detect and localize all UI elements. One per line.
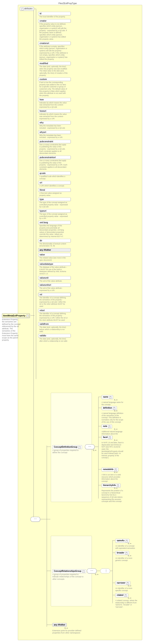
attr-pubconstrainturi: pubconstrainturi [38, 156, 71, 159]
attr-valueunituri: valueunituri [38, 283, 71, 287]
attr-desc: The type of the concept assigned as cont… [38, 201, 68, 209]
attr-validfrom: validfrom [38, 322, 71, 326]
plus-icon: + [117, 484, 119, 487]
attr-creatoruri: creatoruri [38, 42, 71, 45]
minus-icon: − [26, 314, 29, 317]
elem-definition[interactable]: definition+ [102, 406, 117, 410]
cardinality: 0..∞ [114, 428, 117, 430]
attr-modified: modified [38, 62, 71, 65]
attr-desc: If the property value is not defined, sp… [38, 22, 68, 42]
elem-note[interactable]: note+ [102, 424, 112, 428]
any-element: any ##other [52, 623, 67, 626]
elem-hierarchyInfo[interactable]: hierarchyInfo+ [102, 484, 121, 487]
attr-id: id [38, 12, 71, 15]
cardinality: 0..∞ [128, 542, 131, 544]
attr-how: how [38, 98, 71, 101]
attr-creator: creator [38, 19, 71, 22]
attr-desc: The unit of the value attribute - expres… [38, 287, 68, 292]
attr-desc: A free-text value assigned as property v… [38, 192, 68, 198]
attributes-box: −attributes [20, 7, 34, 11]
attr-desc: Why the metadata has been included - exp… [38, 134, 68, 140]
attr-qcode: qcode [38, 172, 71, 175]
elem-remoteInfo[interactable]: remoteInfo+ [102, 468, 118, 472]
attr-desc: Why the metadata has been included - exp… [38, 124, 68, 130]
elem-name[interactable]: name+ [102, 395, 113, 399]
elem-desc: An identifier of a more generic concept. [115, 557, 138, 562]
root-desc: Extension Property; the semantics are de… [2, 318, 21, 342]
attr-typeuri: typeuri [38, 209, 71, 213]
plus-icon: + [108, 426, 111, 428]
plus-icon: + [125, 552, 128, 554]
attr-valueunit: valueunit [38, 276, 71, 280]
group-rel-label[interactable]: ConceptRelationshipsGroup− [52, 569, 86, 573]
attr-why: why [38, 121, 71, 124]
group-def-label[interactable]: ConceptDefinitionGroup− [52, 445, 82, 449]
cardinality: 0..∞ [114, 487, 117, 489]
attr-dir: dir [38, 239, 71, 242]
elem-desc: A related concept, where the relationshi… [115, 600, 138, 608]
plus-icon: + [113, 407, 115, 410]
elem-desc: In NAR 1.8 and later, facet is deprecate… [102, 442, 124, 459]
attr-xml-lang: xml:lang [38, 221, 71, 224]
attr-desc: A URI which identifies a concept. [38, 184, 68, 188]
cardinality: 0..∞ [114, 471, 117, 473]
cardinality: 0..∞ [114, 410, 117, 412]
attr-desc: The related value (see more in the spec … [38, 256, 68, 262]
elem-desc: An identifier of a concept with equivale… [115, 545, 138, 549]
attr-desc: The local identifier of the property. [38, 15, 68, 19]
attr-type: type [38, 198, 71, 201]
minus-icon: − [78, 446, 81, 448]
attr-uri: uri [38, 181, 71, 184]
sequence-compositor [85, 444, 95, 449]
attr-desc: Specifies the language of this property … [38, 224, 68, 239]
attr-desc: The identifier of a concept defining the… [38, 296, 68, 309]
attr-desc: The date (and, optionally, the time) bef… [38, 326, 68, 334]
attr-desc: One or many constraints that apply to pu… [38, 159, 68, 172]
root-element[interactable]: itemMetaExtProperty− [2, 313, 30, 318]
attr-desc: The directionality of textual content (e… [38, 242, 68, 248]
plus-icon: + [115, 468, 117, 471]
attr-reluri: reluri [38, 309, 71, 312]
sequence-compositor [87, 568, 97, 574]
elem-desc: A link to an item or a web resource whic… [102, 474, 124, 482]
attr-rel: rel [38, 293, 71, 296]
attr-desc: A qualified code which identifies a conc… [38, 175, 68, 181]
attr-whyuri: whyuri [38, 130, 71, 134]
elem-desc: A natural language name for the concept. [102, 401, 124, 406]
attr-custom: custom [38, 78, 71, 81]
attr-valuedatatype: valuedatatype [38, 262, 71, 266]
type-title: Flex2ExtPropType [58, 2, 77, 4]
plus-icon: + [109, 436, 111, 439]
cardinality: 0..∞ [114, 439, 117, 441]
attr-any: any ##other [38, 248, 71, 252]
plus-icon: + [127, 582, 129, 584]
attr-desc: The datatype of the value attribute – it… [38, 266, 68, 276]
any-desc: Extension point for provider-defined pro… [52, 630, 83, 634]
attr-desc: The date (and, optionally, the time) whe… [38, 65, 68, 78]
elem-broader[interactable]: broader+ [115, 551, 129, 555]
minus-icon: − [82, 570, 85, 572]
attr-desc: The unit of the value attribute. [38, 280, 68, 284]
elem-related[interactable]: related+ [115, 593, 128, 597]
attr-desc: One or many constraints that apply to pu… [38, 143, 68, 156]
cardinality: 0..∞ [114, 399, 117, 401]
attr-desc: If the attribute is empty, specifies whi… [38, 45, 68, 62]
cardinality: 0..∞ [128, 555, 131, 557]
elem-facet[interactable]: facet+ [102, 436, 112, 439]
attr-howuri: howuri [38, 109, 71, 113]
attr-literal: literal [38, 188, 71, 192]
elem-sameAs[interactable]: sameAs+ [115, 539, 129, 543]
elem-narrower[interactable]: narrower+ [115, 581, 130, 585]
attr-pubconstraint: pubconstraint [38, 140, 71, 143]
attr-desc: If set to true the corresponding propert… [38, 81, 68, 98]
attr-desc: Indicates by which means the value was e… [38, 101, 68, 110]
cardinality: 0..∞ [93, 449, 96, 451]
cardinality: 0..∞ [65, 627, 68, 629]
attr-desc: The type of the concept assigned as cont… [38, 213, 68, 221]
elem-desc: An identifier of a more specific concept… [115, 587, 138, 592]
attr-desc: The date (and, optionally, the time) aft… [38, 337, 68, 343]
cardinality: 0..∞ [95, 574, 98, 576]
sequence-compositor [30, 517, 40, 522]
elem-desc: A natural language definition of the sem… [102, 412, 124, 423]
choice-compositor [100, 568, 110, 574]
